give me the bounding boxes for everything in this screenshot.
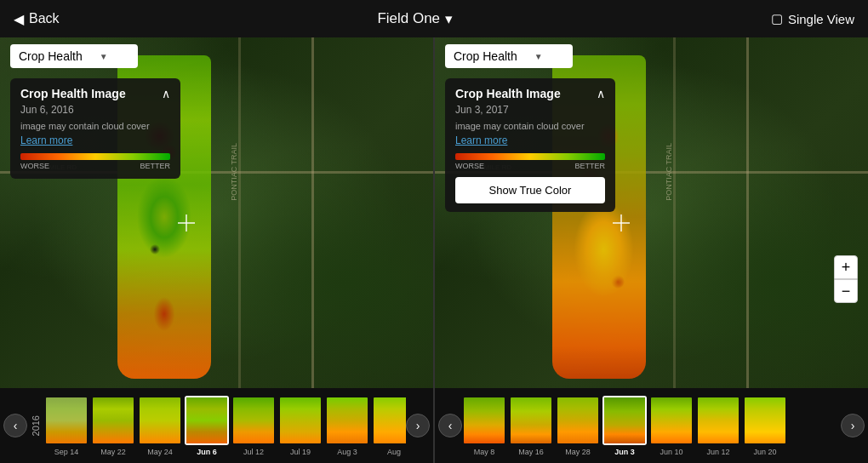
right-info-card: Crop Health Image ∧ Jun 3, 2017 image ma…: [445, 78, 615, 212]
left-filmstrip-panel: ‹ 2016 Sep 14 May 22 May: [0, 388, 433, 463]
right-thumb-label-jun10: Jun 10: [660, 448, 682, 456]
left-info-card-date: Jun 6, 2016: [20, 104, 170, 116]
right-thumb-ndvi-may16: [511, 397, 551, 443]
left-info-card-note: image may contain cloud cover: [20, 121, 170, 131]
left-dropdown-container: Crop Health ▼: [10, 44, 138, 68]
left-thumb-label-sep14: Sep 14: [54, 448, 79, 456]
right-thumb-may28[interactable]: May 28: [556, 396, 600, 456]
left-gradient-labels: WORSE BETTER: [20, 162, 170, 170]
right-thumb-label-may16: May 16: [518, 448, 544, 456]
right-info-card-header: Crop Health Image ∧: [455, 87, 605, 100]
show-true-color-button[interactable]: Show True Color: [455, 177, 605, 203]
right-learn-more-link[interactable]: Learn more: [455, 134, 605, 146]
right-dropdown-button[interactable]: Crop Health ▼: [445, 44, 573, 68]
right-thumb-ndvi-jun10: [651, 397, 692, 443]
zoom-in-button[interactable]: +: [834, 255, 858, 279]
right-film-prev-button[interactable]: ‹: [438, 414, 462, 437]
right-info-card-note: image may contain cloud cover: [455, 121, 605, 131]
right-film-next-button[interactable]: ›: [841, 414, 865, 437]
right-thumb-jun10[interactable]: Jun 10: [649, 396, 694, 456]
left-film-thumbs: Sep 14 May 22 May 24 Jun 6: [44, 396, 406, 456]
left-thumb-aug3[interactable]: Aug 3: [325, 396, 369, 456]
left-thumb-label-may24: May 24: [147, 448, 173, 456]
left-thumb-img-jul12: [231, 396, 276, 445]
right-film-thumbs: May 8 May 16 May 28 Jun 3: [462, 396, 841, 456]
right-dropdown-arrow-icon: ▼: [534, 52, 543, 61]
left-thumb-aug[interactable]: Aug: [372, 396, 406, 456]
left-info-card-title: Crop Health Image: [20, 87, 126, 100]
left-thumb-may22[interactable]: May 22: [91, 396, 135, 456]
left-thumb-img-may24: [138, 396, 182, 445]
left-thumb-label-jun6: Jun 6: [197, 448, 217, 456]
left-thumb-sep14[interactable]: Sep 14: [44, 396, 89, 456]
left-thumb-ndvi-may22: [93, 397, 134, 443]
right-better-label: BETTER: [574, 162, 605, 170]
left-thumb-ndvi-sep14: [46, 397, 87, 443]
left-gradient-bar: [20, 153, 170, 160]
left-info-card-header: Crop Health Image ∧: [20, 87, 170, 100]
left-thumb-label-jul12: Jul 12: [243, 448, 264, 456]
right-filmstrip-panel: ‹ May 8 May 16 May 28: [435, 388, 868, 463]
single-view-label: Single View: [788, 12, 854, 26]
right-thumb-img-jun20: [743, 396, 787, 445]
left-thumb-jul19[interactable]: Jul 19: [278, 396, 323, 456]
right-thumb-label-jun12: Jun 12: [706, 448, 729, 456]
left-map-panel: PONTIAC TRAIL 6 MILE RD Crop Health ▼ Cr…: [0, 37, 433, 388]
right-thumb-label-jun3: Jun 3: [614, 448, 635, 456]
left-learn-more-link[interactable]: Learn more: [20, 134, 170, 146]
right-map-panel: PONTIAC TRAIL 6 MILE RD Crop Health ▼ Cr…: [435, 37, 868, 388]
single-view-icon: ▢: [771, 11, 783, 26]
left-film-next-button[interactable]: ›: [406, 414, 430, 437]
left-thumb-img-aug: [372, 396, 406, 445]
field-dropdown-icon[interactable]: ▾: [445, 10, 453, 28]
left-thumb-label-aug3: Aug 3: [337, 448, 357, 456]
left-worse-label: WORSE: [20, 162, 49, 170]
right-thumb-may8[interactable]: May 8: [462, 396, 506, 456]
left-thumb-img-jun6: [185, 396, 229, 445]
left-thumb-ndvi-may24: [140, 397, 180, 443]
road-vertical-1: [311, 37, 314, 388]
right-thumb-label-jun20: Jun 20: [753, 448, 776, 456]
filmstrip: ‹ 2016 Sep 14 May 22 May: [0, 388, 868, 463]
back-arrow-icon: ◀: [14, 11, 24, 27]
left-thumb-img-jul19: [278, 396, 323, 445]
right-thumb-label-may28: May 28: [565, 448, 591, 456]
right-collapse-button[interactable]: ∧: [597, 87, 605, 100]
right-thumb-jun12[interactable]: Jun 12: [696, 396, 740, 456]
left-thumb-ndvi-jul12: [233, 397, 274, 443]
single-view-button[interactable]: ▢ Single View: [771, 11, 854, 26]
right-dropdown-label: Crop Health: [454, 49, 517, 63]
left-thumb-label-aug: Aug: [387, 448, 401, 456]
right-thumb-img-may8: [462, 396, 506, 445]
left-thumb-img-sep14: [44, 396, 89, 445]
right-thumb-label-may8: May 8: [474, 448, 495, 456]
left-thumb-ndvi-jul19: [280, 397, 321, 443]
back-label: Back: [29, 11, 60, 26]
zoom-out-button[interactable]: −: [834, 279, 858, 303]
main-split: PONTIAC TRAIL 6 MILE RD Crop Health ▼ Cr…: [0, 37, 868, 388]
zoom-controls: + −: [834, 255, 858, 303]
right-thumb-may16[interactable]: May 16: [509, 396, 553, 456]
right-thumb-jun3[interactable]: Jun 3: [602, 396, 647, 456]
left-thumb-jun6[interactable]: Jun 6: [185, 396, 229, 456]
left-thumb-img-may22: [91, 396, 135, 445]
right-info-card-title: Crop Health Image: [455, 87, 561, 100]
left-thumb-label-may22: May 22: [100, 448, 126, 456]
panel-divider: [433, 37, 435, 388]
right-thumb-jun20[interactable]: Jun 20: [743, 396, 787, 456]
left-dropdown-button[interactable]: Crop Health ▼: [10, 44, 138, 68]
road-vertical-right-2: [673, 37, 676, 388]
left-film-prev-button[interactable]: ‹: [3, 414, 27, 437]
left-info-card: Crop Health Image ∧ Jun 6, 2016 image ma…: [10, 78, 180, 179]
left-collapse-button[interactable]: ∧: [162, 87, 170, 100]
right-thumb-img-jun10: [649, 396, 694, 445]
right-thumb-ndvi-jun12: [698, 397, 739, 443]
back-button[interactable]: ◀ Back: [14, 11, 60, 27]
right-info-card-date: Jun 3, 2017: [455, 104, 605, 116]
left-thumb-ndvi-jun6: [186, 397, 227, 443]
left-thumb-jul12[interactable]: Jul 12: [231, 396, 276, 456]
left-dropdown-label: Crop Health: [19, 49, 83, 63]
right-thumb-ndvi-jun20: [745, 397, 785, 443]
left-thumb-may24[interactable]: May 24: [138, 396, 182, 456]
left-year-label: 2016: [31, 415, 41, 436]
